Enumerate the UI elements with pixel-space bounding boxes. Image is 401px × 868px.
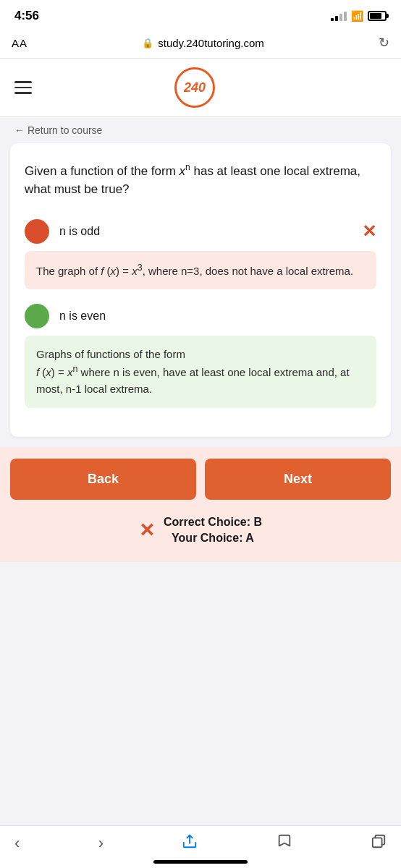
question-text: Given a function of the form xn has at l… (25, 161, 376, 199)
lock-icon: 🔒 (142, 38, 153, 48)
browser-aa-button[interactable]: AA (12, 37, 28, 49)
signal-icon (331, 11, 347, 21)
battery-fill (370, 13, 381, 19)
tabs-button[interactable] (371, 833, 387, 854)
wifi-icon: 📶 (351, 10, 363, 22)
browser-forward-button[interactable]: › (98, 834, 104, 853)
your-choice-text: Your Choice: A (164, 530, 262, 546)
option-b-label: n is even (59, 310, 376, 323)
next-button[interactable]: Next (205, 459, 391, 500)
option-a-circle (25, 219, 49, 244)
status-bar: 4:56 📶 (0, 0, 401, 29)
return-to-course-link[interactable]: ← Return to course (0, 117, 401, 143)
share-button[interactable] (182, 833, 198, 854)
battery-icon (368, 11, 387, 21)
app-logo: 240 (174, 67, 215, 108)
status-icons: 📶 (331, 10, 387, 22)
back-button[interactable]: Back (10, 459, 196, 500)
browser-bar: AA 🔒 study.240tutoring.com ↻ (0, 29, 401, 59)
explanation-a-text: The graph of f (x) = x3, where n=3, does… (36, 265, 353, 277)
nav-buttons: Back Next (10, 459, 391, 500)
bookmark-button[interactable] (277, 833, 292, 854)
hamburger-menu-button[interactable] (14, 81, 32, 94)
url-bar[interactable]: 🔒 study.240tutoring.com (28, 37, 379, 49)
browser-back-button[interactable]: ‹ (14, 834, 20, 853)
result-info: ✕ Correct Choice: B Your Choice: A (10, 510, 391, 551)
option-a-row[interactable]: n is odd ✕ (25, 219, 376, 244)
option-a-label: n is odd (59, 225, 352, 238)
home-indicator (153, 860, 248, 864)
reload-button[interactable]: ↻ (379, 35, 389, 51)
browser-url-text: study.240tutoring.com (158, 37, 263, 49)
content-card: Given a function of the form xn has at l… (10, 143, 391, 437)
explanation-b-text: Graphs of functions of the form f (x) = … (36, 348, 350, 396)
logo-text: 240 (184, 80, 206, 95)
bottom-action-bar: Back Next ✕ Correct Choice: B Your Choic… (0, 447, 401, 563)
return-link-text: ← Return to course (14, 124, 102, 136)
result-wrong-icon: ✕ (139, 519, 155, 542)
app-header: 240 (0, 59, 401, 117)
option-b-row[interactable]: n is even (25, 304, 376, 328)
explanation-b-box: Graphs of functions of the form f (x) = … (25, 336, 376, 408)
explanation-a-box: The graph of f (x) = x3, where n=3, does… (25, 251, 376, 289)
result-text: Correct Choice: B Your Choice: A (164, 514, 262, 547)
correct-choice-text: Correct Choice: B (164, 514, 262, 530)
svg-rect-1 (373, 838, 382, 847)
status-time: 4:56 (14, 9, 39, 23)
option-b-circle (25, 304, 49, 328)
option-a-wrong-icon: ✕ (362, 221, 376, 242)
